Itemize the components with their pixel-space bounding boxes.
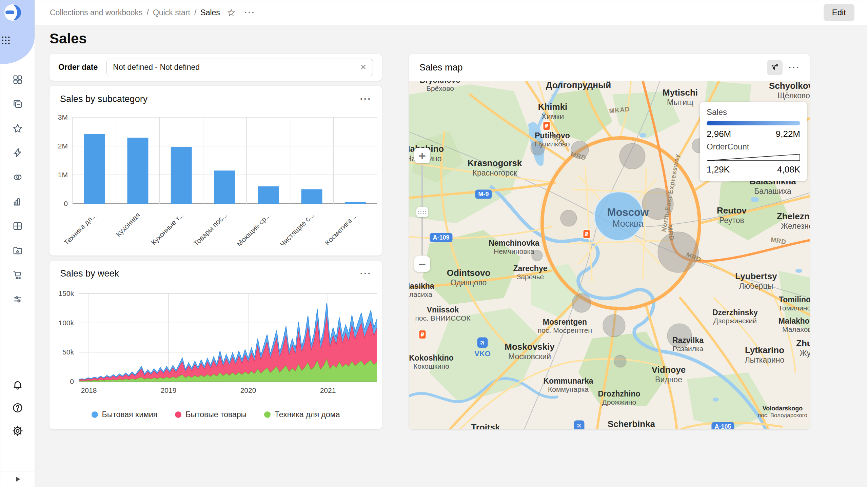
collections-icon[interactable] [12,74,23,85]
x-category-label: Моющие ср... [235,211,272,248]
order-date-input[interactable]: Not defined - Not defined ✕ [106,59,373,76]
chart-menu-icon[interactable]: ··· [360,95,372,103]
sidebar-expand[interactable] [0,471,35,487]
area-chart: 150k100k50k02018201920202021 [50,261,382,429]
legend-dot [264,411,271,418]
app-window: Collections and workbooks / Quick start … [0,0,867,487]
sidebar [0,0,35,487]
page-title: Sales [50,30,87,47]
legend-item[interactable]: Бытовая химия [92,410,158,419]
y-tick: 150k [58,289,74,297]
bar[interactable] [258,186,279,204]
legend-item[interactable]: Бытовые товары [175,410,246,419]
marketplace-cart-icon[interactable] [12,269,23,280]
x-category-label: Техника дл... [62,211,98,247]
dashboards-table-icon[interactable] [12,221,23,231]
map-title: Sales map [419,62,463,73]
sales-by-week-card: 150k100k50k02018201920202021 Sales by we… [50,261,382,429]
x-category-label: Кухонная [114,211,142,239]
bar[interactable] [171,147,192,204]
legend-item[interactable]: Техника для дома [264,410,340,419]
map-legend: Sales 2,96M 9,22M OrderCount 1,29K 4,08 [700,102,807,181]
order-date-filter-card: Order date Not defined - Not defined ✕ [50,54,382,81]
legend-ordercount-label: OrderCount [707,142,800,151]
zoom-out-button[interactable]: − [414,256,430,272]
bar[interactable] [345,202,366,204]
sidebar-bottom [0,379,35,436]
legend-sales-label: Sales [707,107,800,117]
bar[interactable] [127,138,148,204]
ordercount-wedge [707,154,800,162]
x-category-label: Кухонные т... [150,211,185,247]
y-tick: 1M [58,171,68,179]
x-category-label: Чистящие с... [278,211,315,248]
sidebar-nav [0,74,35,305]
map-viewport[interactable]: BryokhovoБрёховоДолгопрудныйMytischiМыти… [409,81,810,429]
breadcrumb-quick-start[interactable]: Quick start [153,8,190,17]
y-tick: 100k [58,319,74,327]
zoom-in-button[interactable]: + [414,148,430,163]
ordercount-max: 4,08K [777,164,800,175]
quick-start-bolt-icon[interactable] [12,147,23,158]
y-tick: 3M [58,113,68,121]
edit-button[interactable]: Edit [824,4,854,21]
sidebar-logo-area [0,0,35,64]
bar-chart: 3M2M1M0Техника дл...КухоннаяКухонные т..… [50,86,382,256]
breadcrumb-current: Sales [200,8,220,17]
x-category-label: Косметика ... [323,211,359,247]
clear-filter-icon[interactable]: ✕ [356,63,367,72]
x-tick: 2018 [81,386,97,394]
play-icon [14,475,21,483]
y-tick: 0 [70,378,74,385]
top-bar: Collections and workbooks / Quick start … [35,0,867,25]
x-tick: 2020 [240,386,256,394]
breadcrumb-separator: / [194,8,196,17]
bar[interactable] [84,134,105,204]
apps-grid-icon[interactable] [0,35,11,46]
funnel-x-icon [771,63,779,72]
map-filter-funnel-button[interactable] [767,60,783,75]
charts-icon[interactable] [12,196,23,207]
x-tick: 2019 [161,386,177,394]
help-icon[interactable] [12,402,23,413]
bar[interactable] [301,189,322,204]
sales-max: 9,22M [776,129,800,139]
bar[interactable] [214,170,235,204]
zoom-slider-handle[interactable] [416,207,428,217]
breadcrumb-collections[interactable]: Collections and workbooks [50,8,143,17]
x-category-label: Товары пос... [192,211,229,248]
map-menu-icon[interactable]: ··· [789,63,800,72]
x-tick: 2021 [320,386,336,394]
dashboard-content: Sales Order date Not defined - Not defin… [35,25,867,487]
sales-min: 2,96M [707,129,731,139]
services-sliders-icon[interactable] [12,294,23,305]
legend-label: Техника для дома [275,410,340,419]
sales-gradient-bar [707,121,800,125]
legend-label: Бытовая химия [102,410,158,419]
favorites-star-icon[interactable] [12,123,23,134]
legend-dot [175,411,181,418]
y-tick: 2M [58,142,68,150]
chart-menu-icon[interactable]: ··· [360,269,372,278]
datasets-folder-icon[interactable] [12,245,23,256]
settings-gear-icon[interactable] [12,425,23,436]
legend-dot [92,411,98,418]
workbooks-icon[interactable] [12,99,23,109]
breadcrumb-more-icon[interactable]: ··· [244,7,255,18]
y-tick: 50k [62,348,74,356]
chart-legend: Бытовая химияБытовые товарыТехника для д… [50,410,382,419]
legend-label: Бытовые товары [185,410,246,419]
sales-by-subcategory-card: 3M2M1M0Техника дл...КухоннаяКухонные т..… [50,86,382,256]
ordercount-min: 1,29K [707,164,730,175]
sales-map-card: Sales map ··· [409,54,810,429]
chart-title: Sales by subcategory [60,94,147,104]
datalens-logo[interactable] [4,4,21,21]
filter-label: Order date [58,63,98,72]
chart-title: Sales by week [60,268,119,279]
connections-icon[interactable] [12,172,23,183]
breadcrumb-separator: / [147,8,149,17]
order-date-value: Not defined - Not defined [113,63,356,72]
breadcrumb: Collections and workbooks / Quick start … [50,7,255,18]
favorite-star-icon[interactable]: ☆ [227,7,236,18]
notifications-bell-icon[interactable] [12,379,23,390]
